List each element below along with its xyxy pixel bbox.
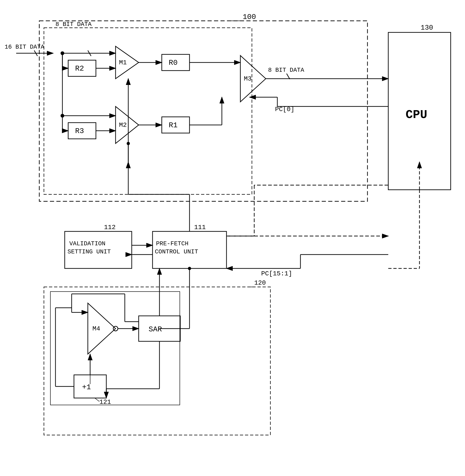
bit16-data-label: 16 BIT DATA xyxy=(5,44,44,50)
r2-label: R2 xyxy=(75,64,84,73)
prefetch-label-2: CONTROL UNIT xyxy=(155,248,198,255)
r3-label: R3 xyxy=(75,127,84,135)
cpu-label: CPU xyxy=(406,108,427,122)
ref-111-label: 111 xyxy=(194,224,206,231)
ref-112-label: 112 xyxy=(104,224,116,231)
bit8-data-in-label: 8 BIT DATA xyxy=(55,21,92,28)
validation-label-2: SETTING UNIT xyxy=(67,248,111,255)
svg-line-70 xyxy=(95,398,99,401)
m1-label: M1 xyxy=(119,59,127,66)
svg-line-34 xyxy=(286,74,290,79)
m4-label: M4 xyxy=(93,325,100,332)
svg-rect-62 xyxy=(44,287,270,435)
svg-point-42 xyxy=(127,142,130,145)
m2-label: M2 xyxy=(119,122,127,129)
ref-130-label: 130 xyxy=(421,24,433,32)
diagram: 100 CPU 130 16 BIT DATA 8 BIT DATA R2 xyxy=(0,0,465,476)
plus1-label: +1 xyxy=(82,383,91,392)
svg-rect-3 xyxy=(39,21,368,201)
ref-100-label: 100 xyxy=(243,13,256,21)
r0-label: R0 xyxy=(169,58,178,67)
pc0-label: PC[0] xyxy=(275,106,295,113)
sar-label: SAR xyxy=(148,325,162,334)
svg-rect-88 xyxy=(50,292,180,405)
svg-point-87 xyxy=(188,267,191,270)
ref-121-label: 121 xyxy=(99,399,111,406)
bit8-data-out-label: 8 BIT DATA xyxy=(268,67,304,74)
svg-rect-5 xyxy=(44,28,252,194)
ref-120-label: 120 xyxy=(254,279,266,287)
pc151-label: PC[15:1] xyxy=(261,270,292,277)
m3-label: M3 xyxy=(244,75,252,82)
validation-label-1: VALIDATION xyxy=(69,240,106,247)
prefetch-label-1: PRE-FETCH xyxy=(156,240,188,247)
r1-label: R1 xyxy=(169,121,178,130)
svg-marker-64 xyxy=(88,303,116,354)
